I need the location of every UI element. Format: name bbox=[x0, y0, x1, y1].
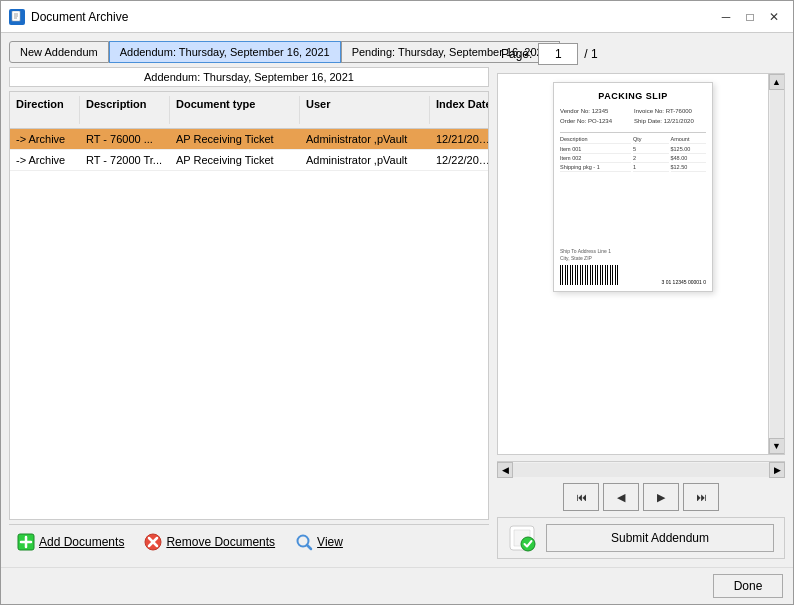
barcode-image bbox=[560, 265, 620, 285]
last-page-button[interactable]: ⏭ bbox=[683, 483, 719, 511]
page-total: / 1 bbox=[584, 47, 597, 61]
remove-documents-button[interactable]: Remove Documents bbox=[140, 531, 279, 553]
col-index-date: Index Date bbox=[430, 96, 489, 124]
add-icon-svg bbox=[17, 533, 35, 551]
cell-user: Administrator ,pVault bbox=[300, 150, 430, 170]
title-bar: Document Archive ─ □ ✕ bbox=[1, 1, 793, 33]
doc-meta: Vendor No: 12345 Invoice No: RT-76000 Or… bbox=[560, 107, 706, 126]
window-title: Document Archive bbox=[31, 10, 128, 24]
main-window: Document Archive ─ □ ✕ New Addendum Adde… bbox=[0, 0, 794, 605]
cell-index-date: 12/21/2020 1... bbox=[430, 129, 488, 149]
bottom-toolbar: Add Documents Remove Documents bbox=[9, 524, 489, 559]
doc-footer-text: Ship To Address Line 1City, State ZIP bbox=[560, 248, 706, 261]
add-documents-label: Add Documents bbox=[39, 535, 124, 549]
cell-user: Administrator ,pVault bbox=[300, 129, 430, 149]
document-preview-container: PACKING SLIP Vendor No: 12345 Invoice No… bbox=[497, 73, 785, 455]
doc-table-cell: Item 001 bbox=[560, 146, 631, 154]
add-documents-button[interactable]: Add Documents bbox=[13, 531, 128, 553]
doc-table-row: Item 001 5 $125.00 bbox=[560, 146, 706, 154]
first-page-button[interactable]: ⏮ bbox=[563, 483, 599, 511]
left-panel: New Addendum Addendum: Thursday, Septemb… bbox=[9, 41, 489, 559]
doc-divider bbox=[560, 132, 706, 133]
horizontal-scrollbar[interactable]: ◀ ▶ bbox=[497, 461, 785, 477]
table-header: Direction Description Document type User… bbox=[10, 92, 488, 129]
table-row[interactable]: -> Archive RT - 76000 ... AP Receiving T… bbox=[10, 129, 488, 150]
addendum-bar-text: Addendum: Thursday, September 16, 2021 bbox=[144, 71, 354, 83]
doc-title: PACKING SLIP bbox=[560, 91, 706, 101]
remove-icon-svg bbox=[144, 533, 162, 551]
cell-description: RT - 72000 Tr... bbox=[80, 150, 170, 170]
addendum-bar: Addendum: Thursday, September 16, 2021 bbox=[9, 67, 489, 87]
doc-table-cell: $125.00 bbox=[671, 146, 707, 154]
minimize-button[interactable]: ─ bbox=[715, 7, 737, 27]
table-body: -> Archive RT - 76000 ... AP Receiving T… bbox=[10, 129, 488, 519]
vertical-scrollbar[interactable]: ▲ ▼ bbox=[768, 74, 784, 454]
view-icon bbox=[295, 533, 313, 551]
scroll-up-button[interactable]: ▲ bbox=[769, 74, 785, 90]
doc-table-cell: Item 002 bbox=[560, 155, 631, 163]
page-nav: Page: / 1 bbox=[497, 41, 785, 67]
doc-meta-item: Invoice No: RT-76000 bbox=[634, 107, 706, 115]
view-label: View bbox=[317, 535, 343, 549]
remove-icon bbox=[144, 533, 162, 551]
prev-page-button[interactable]: ◀ bbox=[603, 483, 639, 511]
doc-meta-item: Ship Date: 12/21/2020 bbox=[634, 117, 706, 125]
barcode-area: 3 01 12345 00001 0 bbox=[560, 265, 706, 285]
right-panel: Page: / 1 PACKING SLIP Vendor No: 12345 … bbox=[497, 41, 785, 559]
doc-table-cell: Shipping pkg - 1 bbox=[560, 164, 631, 172]
svg-line-12 bbox=[307, 545, 311, 549]
doc-table-cell: 2 bbox=[633, 155, 669, 163]
page-label: Page: bbox=[501, 47, 532, 61]
next-page-button[interactable]: ▶ bbox=[643, 483, 679, 511]
new-addendum-button[interactable]: New Addendum bbox=[9, 41, 109, 63]
page-navigation: ⏮ ◀ ▶ ⏭ bbox=[497, 483, 785, 511]
add-icon bbox=[17, 533, 35, 551]
doc-table-cell: 5 bbox=[633, 146, 669, 154]
page-input[interactable] bbox=[538, 43, 578, 65]
cell-doc-type: AP Receiving Ticket bbox=[170, 150, 300, 170]
remove-documents-label: Remove Documents bbox=[166, 535, 275, 549]
doc-table-cell: Amount bbox=[671, 136, 707, 144]
done-button[interactable]: Done bbox=[713, 574, 783, 598]
submit-icon bbox=[508, 524, 536, 552]
toolbar: New Addendum Addendum: Thursday, Septemb… bbox=[9, 41, 489, 63]
title-bar-left: Document Archive bbox=[9, 9, 128, 25]
doc-table-cell: Description bbox=[560, 136, 631, 144]
scroll-track-h[interactable] bbox=[513, 463, 769, 477]
doc-table-cell: 1 bbox=[633, 164, 669, 172]
submit-addendum-button[interactable]: Submit Addendum bbox=[546, 524, 774, 552]
view-icon-svg bbox=[295, 533, 313, 551]
doc-table-cell: Qty bbox=[633, 136, 669, 144]
col-direction: Direction bbox=[10, 96, 80, 124]
doc-table-row: Item 002 2 $48.00 bbox=[560, 155, 706, 163]
cell-direction: -> Archive bbox=[10, 150, 80, 170]
title-bar-controls: ─ □ ✕ bbox=[715, 7, 785, 27]
scroll-right-button[interactable]: ▶ bbox=[769, 462, 785, 478]
addendum-tab[interactable]: Addendum: Thursday, September 16, 2021 bbox=[109, 41, 341, 63]
doc-table-cell: $12.50 bbox=[671, 164, 707, 172]
preview-inner: PACKING SLIP Vendor No: 12345 Invoice No… bbox=[498, 74, 768, 454]
submit-area: Submit Addendum bbox=[497, 517, 785, 559]
cell-direction: -> Archive bbox=[10, 129, 80, 149]
barcode-number: 3 01 12345 00001 0 bbox=[662, 279, 707, 285]
main-content: New Addendum Addendum: Thursday, Septemb… bbox=[1, 33, 793, 567]
scroll-down-button[interactable]: ▼ bbox=[769, 438, 785, 454]
view-button[interactable]: View bbox=[291, 531, 347, 553]
scroll-track-v[interactable] bbox=[770, 90, 784, 438]
cell-description: RT - 76000 ... bbox=[80, 129, 170, 149]
doc-table-row: Shipping pkg - 1 1 $12.50 bbox=[560, 164, 706, 172]
doc-icon-svg bbox=[11, 11, 23, 23]
footer-bar: Done bbox=[1, 567, 793, 604]
scroll-left-button[interactable]: ◀ bbox=[497, 462, 513, 478]
cell-index-date: 12/22/2020 8... bbox=[430, 150, 488, 170]
doc-table-cell: $48.00 bbox=[671, 155, 707, 163]
close-button[interactable]: ✕ bbox=[763, 7, 785, 27]
document-preview: PACKING SLIP Vendor No: 12345 Invoice No… bbox=[553, 82, 713, 292]
doc-meta-item: Vendor No: 12345 bbox=[560, 107, 632, 115]
doc-table-header: Description Qty Amount bbox=[560, 136, 706, 144]
table-row[interactable]: -> Archive RT - 72000 Tr... AP Receiving… bbox=[10, 150, 488, 171]
maximize-button[interactable]: □ bbox=[739, 7, 761, 27]
window-icon bbox=[9, 9, 25, 25]
doc-meta-item: Order No: PO-1234 bbox=[560, 117, 632, 125]
submit-icon-svg bbox=[508, 524, 536, 552]
